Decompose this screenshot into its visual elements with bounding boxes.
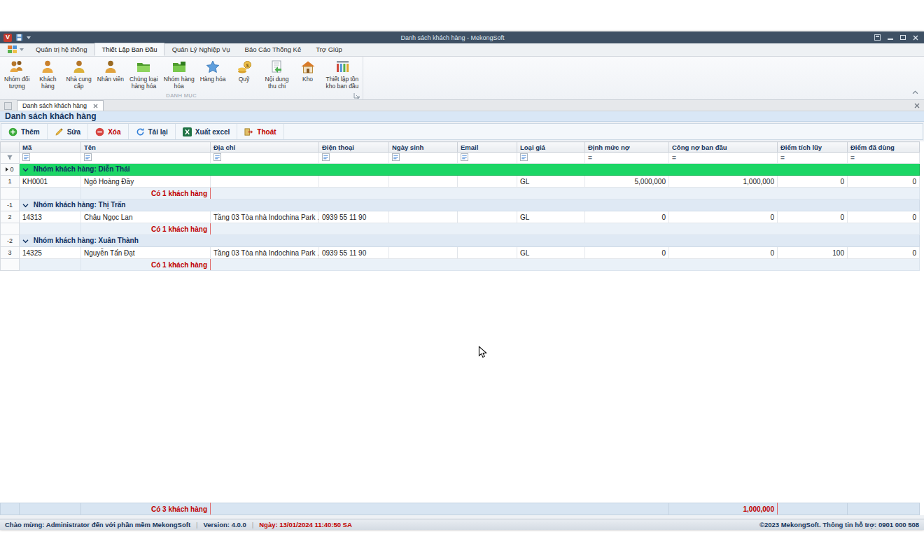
sua-button[interactable]: Sửa xyxy=(48,124,88,139)
table-row[interactable]: 1 KH0001 Ngô Hoàng Đầy GL 5,000,000 1,00… xyxy=(1,176,920,188)
tab-scroll-button[interactable] xyxy=(4,102,12,110)
ribbon-item-nhan-vien[interactable]: Nhân viên xyxy=(94,57,127,83)
group-collapse-icon[interactable] xyxy=(22,237,29,245)
minimize-icon[interactable] xyxy=(888,38,893,40)
tab-close-icon[interactable] xyxy=(93,104,98,108)
filter-cell-dien-thoai[interactable] xyxy=(319,153,389,164)
ribbon-item-nhom-hang-hoa[interactable]: Nhóm hàng hóa xyxy=(161,57,197,90)
ribbon-item-noi-dung-thu-chi[interactable]: Nội dung thu chi xyxy=(262,57,293,90)
col-header-dinh-muc-no[interactable]: Định mức nợ xyxy=(585,142,669,153)
cell-email[interactable] xyxy=(458,176,517,188)
cell-cong-no-ban-dau[interactable]: 1,000,000 xyxy=(669,176,778,188)
col-header-ten[interactable]: Tên xyxy=(81,142,211,153)
ribbon-item-nhom-doi-tuong[interactable]: Nhóm đối tượng xyxy=(1,57,32,90)
filter-cell-dia-chi[interactable] xyxy=(211,153,319,164)
tai-lai-button[interactable]: Tải lại xyxy=(129,124,176,139)
cell-ma[interactable]: KH0001 xyxy=(20,176,81,188)
maximize-icon[interactable] xyxy=(900,35,906,40)
col-header-email[interactable]: Email xyxy=(458,142,517,153)
filter-cell-ngay-sinh[interactable] xyxy=(389,153,458,164)
cell-dia-chi[interactable]: Tầng 03 Tòa nhà Indochina Park ... xyxy=(211,211,319,223)
cell-dia-chi[interactable]: Tầng 03 Tòa nhà Indochina Park ... xyxy=(211,247,319,259)
doc-tab-danh-sach-khach-hang[interactable]: Danh sách khách hàng xyxy=(17,100,104,111)
cell-cong-no-ban-dau[interactable]: 0 xyxy=(669,247,778,259)
filter-cell-diem-da-dung[interactable]: = xyxy=(848,153,920,164)
cell-dinh-muc-no[interactable]: 0 xyxy=(585,247,669,259)
application-menu-button[interactable] xyxy=(4,44,28,56)
col-header-cong-no-ban-dau[interactable]: Công nợ ban đầu xyxy=(669,142,778,153)
group-row[interactable]: -2 Nhóm khách hàng: Xuân Thành xyxy=(1,235,920,247)
xuat-excel-button[interactable]: Xuất excel xyxy=(176,124,237,139)
cell-diem-tich-luy[interactable]: 0 xyxy=(778,176,848,188)
ribbon-item-nha-cung-cap[interactable]: Nhà cung cấp xyxy=(63,57,94,90)
cell-dinh-muc-no[interactable]: 5,000,000 xyxy=(585,176,669,188)
filter-cell-diem-tich-luy[interactable]: = xyxy=(778,153,848,164)
col-header-loai-gia[interactable]: Loại giá xyxy=(517,142,585,153)
col-header-ma[interactable]: Mã xyxy=(20,142,81,153)
cell-loai-gia[interactable]: GL xyxy=(517,211,585,223)
quick-access-dropdown-icon[interactable] xyxy=(27,36,31,39)
cell-ten[interactable]: Ngô Hoàng Đầy xyxy=(81,176,211,188)
ribbon-item-kho[interactable]: Kho xyxy=(293,57,323,83)
ribbon-collapse-icon[interactable] xyxy=(912,85,918,97)
thoat-button[interactable]: Thoát xyxy=(237,124,284,139)
table-row[interactable]: 2 14313 Châu Ngọc Lan Tầng 03 Tòa nhà In… xyxy=(1,211,920,223)
filter-cell-loai-gia[interactable] xyxy=(517,153,585,164)
cell-ma[interactable]: 14325 xyxy=(20,247,81,259)
cell-ten[interactable]: Nguyễn Tấn Đạt xyxy=(81,247,211,259)
ribbon-tab-bao-cao-thong-ke[interactable]: Báo Cáo Thống Kê xyxy=(238,43,309,56)
strip-close-icon[interactable] xyxy=(914,103,920,108)
cell-ten[interactable]: Châu Ngọc Lan xyxy=(81,211,211,223)
group-row[interactable]: -1 Nhóm khách hàng: Thị Trấn xyxy=(1,200,920,211)
group-row[interactable]: 0 Nhóm khách hàng: Diễn Thái xyxy=(1,164,920,176)
ribbon-tab-quan-tri-he-thong[interactable]: Quản trị hệ thống xyxy=(29,43,94,56)
them-button[interactable]: Thêm xyxy=(1,124,48,139)
ribbon-tab-thiet-lap-ban-dau[interactable]: Thiết Lập Ban Đầu xyxy=(94,43,164,56)
xoa-button[interactable]: Xóa xyxy=(88,124,128,139)
filter-cell-cong-no-ban-dau[interactable]: = xyxy=(669,153,778,164)
cell-dien-thoai[interactable]: 0939 55 11 90 xyxy=(319,211,389,223)
cell-diem-da-dung[interactable]: 0 xyxy=(848,247,920,259)
col-header-dia-chi[interactable]: Địa chỉ xyxy=(211,142,319,153)
group-collapse-icon[interactable] xyxy=(22,202,29,209)
cell-dien-thoai[interactable] xyxy=(319,176,389,188)
ribbon-item-hang-hoa[interactable]: Hàng hóa xyxy=(197,57,229,83)
ribbon-item-chung-loai-hang-hoa[interactable]: Chủng loại hàng hóa xyxy=(127,57,161,90)
ribbon-item-thiet-lap-ton-kho[interactable]: Thiết lập tồn kho ban đầu xyxy=(323,57,362,90)
cell-ma[interactable]: 14313 xyxy=(20,211,81,223)
cell-cong-no-ban-dau[interactable]: 0 xyxy=(669,211,778,223)
group-collapse-icon[interactable] xyxy=(22,166,29,174)
cell-ngay-sinh[interactable] xyxy=(389,176,458,188)
col-header-diem-tich-luy[interactable]: Điểm tích lũy xyxy=(778,142,848,153)
filter-cell-ten[interactable] xyxy=(81,153,211,164)
cell-diem-tich-luy[interactable]: 100 xyxy=(778,247,848,259)
save-icon[interactable] xyxy=(15,34,23,41)
cell-ngay-sinh[interactable] xyxy=(389,247,458,259)
dialog-launcher-icon[interactable] xyxy=(354,92,360,99)
cell-diem-tich-luy[interactable]: 0 xyxy=(778,211,848,223)
cell-email[interactable] xyxy=(458,211,517,223)
col-header-diem-da-dung[interactable]: Điểm đã dùng xyxy=(848,142,920,153)
col-header-dien-thoai[interactable]: Điện thoại xyxy=(319,142,389,153)
cell-loai-gia[interactable]: GL xyxy=(517,247,585,259)
cell-loai-gia[interactable]: GL xyxy=(517,176,585,188)
filter-cell-ma[interactable] xyxy=(20,153,81,164)
cell-ngay-sinh[interactable] xyxy=(389,211,458,223)
close-icon[interactable] xyxy=(913,35,918,41)
app-logo-icon[interactable]: V xyxy=(4,34,12,42)
ribbon-style-icon[interactable] xyxy=(874,34,881,41)
ribbon-item-khach-hang[interactable]: Khách hàng xyxy=(32,57,63,90)
cell-email[interactable] xyxy=(458,247,517,259)
cell-diem-da-dung[interactable]: 0 xyxy=(848,176,920,188)
table-row[interactable]: 3 14325 Nguyễn Tấn Đạt Tầng 03 Tòa nhà I… xyxy=(1,247,920,259)
col-header-ngay-sinh[interactable]: Ngày sinh xyxy=(389,142,458,153)
filter-cell-dinh-muc-no[interactable]: = xyxy=(585,153,669,164)
ribbon-tab-tro-giup[interactable]: Trợ Giúp xyxy=(309,43,349,56)
cell-diem-da-dung[interactable]: 0 xyxy=(848,211,920,223)
cell-dien-thoai[interactable]: 0939 55 11 90 xyxy=(319,247,389,259)
ribbon-item-quy[interactable]: $ Quỹ xyxy=(229,57,260,83)
ribbon-tab-quan-ly-nghiep-vu[interactable]: Quản Lý Nghiệp Vụ xyxy=(165,43,237,56)
filter-cell-email[interactable] xyxy=(458,153,517,164)
cell-dia-chi[interactable] xyxy=(211,176,319,188)
cell-dinh-muc-no[interactable]: 0 xyxy=(585,211,669,223)
